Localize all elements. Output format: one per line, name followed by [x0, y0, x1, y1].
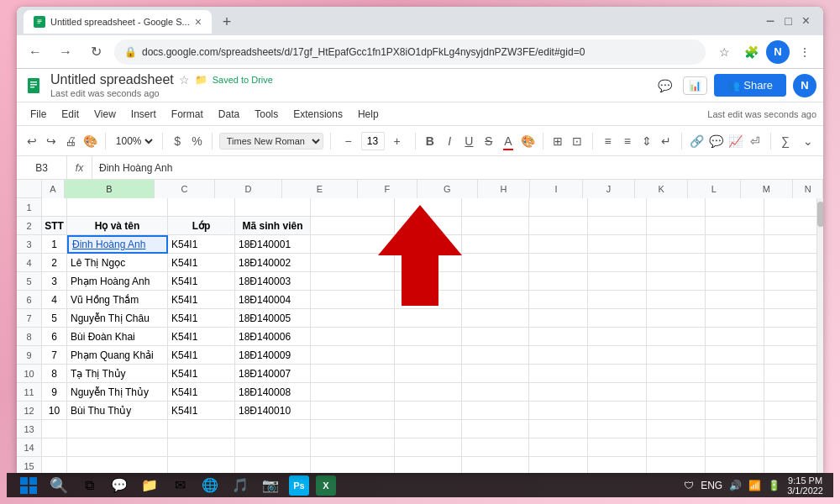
table-cell[interactable] — [764, 438, 816, 457]
menu-extensions[interactable]: Extensions — [286, 105, 349, 123]
table-cell[interactable] — [462, 217, 529, 235]
table-cell[interactable] — [311, 309, 395, 328]
window-maximize-button[interactable]: □ — [781, 14, 795, 28]
vertical-scrollbar[interactable] — [816, 198, 823, 473]
table-cell[interactable] — [588, 365, 647, 383]
taskbar-icon-files[interactable]: 📁 — [138, 474, 161, 497]
table-cell[interactable] — [311, 438, 395, 457]
table-cell[interactable] — [706, 291, 764, 309]
table-cell[interactable]: 9 — [42, 383, 67, 402]
task-view-button[interactable]: ⧉ — [77, 474, 101, 497]
table-cell[interactable]: 10 — [42, 402, 67, 420]
vertical-align-button[interactable]: ⇕ — [638, 130, 654, 152]
table-cell[interactable] — [395, 420, 462, 438]
table-cell[interactable] — [462, 346, 529, 365]
table-cell[interactable] — [235, 457, 311, 473]
scrollbar-thumb[interactable] — [817, 202, 823, 227]
col-header-i[interactable]: I — [530, 180, 583, 198]
table-cell[interactable]: Phạm Hoàng Anh — [67, 272, 168, 291]
window-minimize-button[interactable]: − — [763, 13, 779, 30]
paint-format-button[interactable]: 🎨 — [82, 130, 98, 152]
table-cell[interactable] — [395, 383, 462, 402]
table-cell[interactable]: Mã sinh viên — [235, 217, 311, 235]
table-cell[interactable]: 18Đ140007 — [235, 365, 311, 383]
move-icon[interactable]: 📁 — [195, 74, 207, 86]
table-cell[interactable] — [529, 457, 588, 473]
menu-button[interactable]: ⋮ — [793, 40, 816, 64]
table-cell[interactable]: 18Đ140001 — [235, 235, 311, 254]
table-cell[interactable] — [706, 272, 764, 291]
table-cell[interactable] — [462, 457, 529, 473]
taskbar-icon-camera[interactable]: 📷 — [259, 474, 282, 497]
table-cell[interactable]: 18Đ140010 — [235, 402, 311, 420]
zoom-select[interactable]: 100% 75% 125% — [113, 134, 155, 148]
table-cell[interactable] — [764, 198, 816, 217]
table-cell[interactable]: Vũ Hồng Thắm — [67, 291, 168, 309]
row-header[interactable]: 7 — [17, 309, 42, 328]
table-cell[interactable] — [529, 217, 588, 235]
search-taskbar-button[interactable]: 🔍 — [47, 474, 71, 497]
table-cell[interactable]: 6 — [42, 328, 67, 346]
table-cell[interactable] — [395, 457, 462, 473]
extensions-button[interactable]: 🧩 — [739, 40, 763, 64]
menu-view[interactable]: View — [87, 105, 123, 123]
taskbar-icon-mail[interactable]: ✉ — [168, 474, 192, 497]
table-cell[interactable] — [647, 420, 706, 438]
italic-button[interactable]: I — [442, 130, 458, 152]
table-cell[interactable] — [311, 346, 395, 365]
table-cell[interactable] — [395, 254, 462, 272]
merge-cells-button[interactable]: ⊡ — [570, 130, 585, 152]
table-cell[interactable]: 18Đ140003 — [235, 272, 311, 291]
table-cell[interactable] — [462, 365, 529, 383]
table-cell[interactable]: Đinh — [395, 235, 462, 254]
table-cell[interactable] — [462, 254, 529, 272]
table-cell[interactable]: 3 — [42, 272, 67, 291]
forward-button[interactable]: → — [54, 40, 77, 64]
table-cell[interactable] — [529, 198, 588, 217]
table-cell[interactable] — [529, 383, 588, 402]
table-cell[interactable] — [706, 438, 764, 457]
table-cell[interactable]: K54I1 — [168, 291, 235, 309]
table-cell[interactable] — [764, 291, 816, 309]
windows-start-button[interactable] — [17, 474, 40, 497]
table-cell[interactable] — [529, 291, 588, 309]
table-cell[interactable] — [647, 383, 706, 402]
table-cell[interactable] — [529, 346, 588, 365]
table-cell[interactable] — [647, 291, 706, 309]
menu-file[interactable]: File — [24, 105, 53, 123]
spreadsheet-title[interactable]: Untitled spreadsheet — [50, 72, 174, 87]
undo-button[interactable]: ↩ — [24, 130, 39, 152]
table-cell[interactable] — [529, 328, 588, 346]
star-icon[interactable]: ☆ — [179, 73, 190, 87]
table-cell[interactable] — [647, 217, 706, 235]
table-cell[interactable] — [235, 420, 311, 438]
bold-button[interactable]: B — [422, 130, 438, 152]
cell-reference[interactable]: B3 — [17, 156, 67, 179]
table-cell[interactable] — [706, 328, 764, 346]
table-cell[interactable] — [462, 383, 529, 402]
explore-button[interactable]: ⌄ — [801, 130, 816, 152]
col-header-m[interactable]: M — [741, 180, 794, 198]
table-cell[interactable] — [462, 198, 529, 217]
table-cell[interactable]: Nguyễn Thị Châu — [67, 309, 168, 328]
col-header-k[interactable]: K — [635, 180, 688, 198]
table-cell[interactable] — [706, 235, 764, 254]
taskbar-icon-ps[interactable]: Ps — [289, 475, 309, 496]
taskbar-icon-browser[interactable]: 🌐 — [198, 474, 222, 497]
table-cell[interactable] — [588, 346, 647, 365]
align-left-button[interactable]: ≡ — [600, 130, 616, 152]
table-cell[interactable] — [529, 254, 588, 272]
table-cell[interactable] — [395, 438, 462, 457]
col-header-f[interactable]: F — [358, 180, 418, 198]
col-header-g[interactable]: G — [417, 180, 478, 198]
print-button[interactable]: 🖨 — [63, 130, 79, 152]
table-cell[interactable]: K54I1 — [168, 383, 235, 402]
chart-button[interactable]: 📈 — [727, 130, 743, 152]
table-cell[interactable] — [67, 420, 168, 438]
table-cell[interactable] — [647, 272, 706, 291]
table-cell[interactable] — [311, 272, 395, 291]
table-cell[interactable] — [764, 328, 816, 346]
table-cell[interactable] — [647, 346, 706, 365]
share-button[interactable]: 👥 Share — [714, 74, 786, 97]
table-cell[interactable] — [462, 328, 529, 346]
